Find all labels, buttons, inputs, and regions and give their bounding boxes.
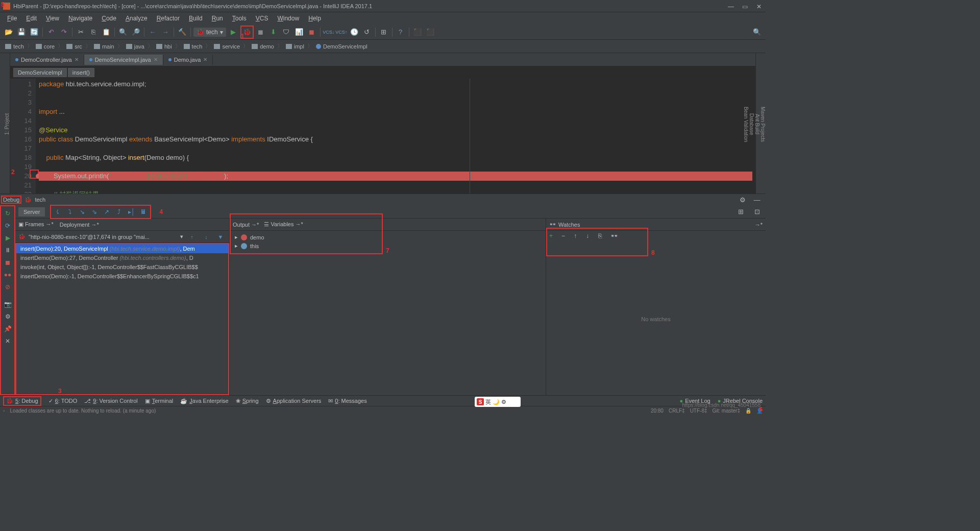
menu-tools[interactable]: Tools xyxy=(228,14,251,23)
show-watch-icon[interactable]: 👓 xyxy=(610,232,620,242)
remove-watch-icon[interactable]: − xyxy=(561,232,571,242)
expand-icon[interactable]: ▸ xyxy=(235,243,238,249)
code-content[interactable]: package hbi.tech.service.demo.impl;impor… xyxy=(36,79,755,194)
code-line[interactable] xyxy=(39,98,752,107)
add-watch-icon[interactable]: + xyxy=(549,232,558,242)
prev-frame-icon[interactable]: ↑ xyxy=(186,232,198,242)
line-number[interactable]: 21 xyxy=(11,181,32,190)
minimize-icon[interactable]: — xyxy=(728,3,734,9)
line-number[interactable]: 15 xyxy=(11,126,32,135)
step-out-icon[interactable]: ↗ xyxy=(101,207,112,217)
stop-icon[interactable]: ◼ xyxy=(255,27,266,38)
maven-tool[interactable]: Maven Projects xyxy=(760,105,766,144)
line-number[interactable]: 3 xyxy=(11,98,32,107)
line-number[interactable]: 4 xyxy=(11,107,32,116)
code-line[interactable]: public Map<String, Object> insert(Demo d… xyxy=(39,153,752,162)
menu-run[interactable]: Run xyxy=(208,14,227,23)
vars-body[interactable]: ▸demo▸this xyxy=(230,231,546,395)
replace-icon[interactable]: 🔎 xyxy=(130,27,141,38)
bottom-tab-debug[interactable]: 🐞5: Debug xyxy=(3,396,41,406)
stack-frame[interactable]: invoke(int, Object, Object[]):-1, DemoCo… xyxy=(16,262,228,272)
find-icon[interactable]: 🔍 xyxy=(117,27,129,38)
nav-tech[interactable]: tech xyxy=(3,42,26,51)
expand-icon[interactable]: ▸ xyxy=(235,234,238,240)
run-to-cursor-icon[interactable]: ▸│ xyxy=(126,207,137,217)
menu-build[interactable]: Build xyxy=(185,14,207,23)
nav-DemoServiceImpl[interactable]: DemoServiceImpl xyxy=(314,42,370,51)
code-line[interactable] xyxy=(39,144,752,153)
stop-debug-icon[interactable]: ◼ xyxy=(3,257,13,268)
status-lock-icon[interactable]: 🔒 xyxy=(745,408,751,414)
menu-vcs[interactable]: VCS xyxy=(252,14,273,23)
vcs-update-icon[interactable]: VCS↓ xyxy=(323,27,334,38)
code-line[interactable]: @Service xyxy=(39,126,752,135)
status-git[interactable]: Git: master‡ xyxy=(713,408,740,414)
breakpoints-icon[interactable]: ●● xyxy=(3,270,13,280)
nav-hbi[interactable]: hbi xyxy=(154,42,174,51)
code-line[interactable] xyxy=(39,162,752,172)
watches-pin-icon[interactable]: →* xyxy=(755,222,763,228)
code-line[interactable]: public class DemoServiceImpl extends Bas… xyxy=(39,135,752,144)
update-icon[interactable]: ⟳ xyxy=(3,221,13,231)
redo-icon[interactable]: ↷ xyxy=(58,27,69,38)
restore-icon[interactable]: ⊡ xyxy=(751,206,763,218)
filter-icon[interactable]: ▼ xyxy=(215,232,226,242)
line-number[interactable]: 2 xyxy=(11,89,32,98)
layout-icon[interactable]: ⊞ xyxy=(735,206,746,218)
pin-icon[interactable]: 📌 xyxy=(3,324,13,334)
bottom-tab-javaenterprise[interactable]: ☕Java Enterprise xyxy=(180,398,228,404)
help-icon[interactable]: ? xyxy=(395,27,406,38)
menu-navigate[interactable]: Navigate xyxy=(64,14,96,23)
up-watch-icon[interactable]: ↑ xyxy=(574,232,583,242)
status-icon[interactable]: ▫ xyxy=(3,408,5,414)
frames-tab[interactable]: ▣ Frames →* xyxy=(18,221,54,228)
line-number[interactable]: 16 xyxy=(11,135,32,144)
bottom-tab-versioncontrol[interactable]: ⎇9: Version Control xyxy=(84,398,137,404)
tab-Demo.java[interactable]: Demo.java✕ xyxy=(163,55,213,65)
jr1-icon[interactable]: ⬛ xyxy=(412,27,423,38)
nav-src[interactable]: src xyxy=(64,42,84,51)
vcs-revert-icon[interactable]: ↺ xyxy=(361,27,373,38)
ime-indicator[interactable]: S 英 🌙 ⚙ xyxy=(475,397,521,407)
structure-icon[interactable]: ⊞ xyxy=(378,27,389,38)
cut-icon[interactable]: ✂ xyxy=(75,27,86,38)
menu-view[interactable]: View xyxy=(42,14,63,23)
open-icon[interactable]: 📂 xyxy=(3,27,14,38)
resume-icon[interactable]: ▶ xyxy=(3,233,13,243)
forward-icon[interactable]: → xyxy=(160,27,171,38)
maximize-icon[interactable]: ▭ xyxy=(742,3,748,9)
stack-frame[interactable]: insert(Demo):20, DemoServiceImpl (hbi.te… xyxy=(16,244,228,253)
stop2-icon[interactable]: ◼ xyxy=(306,27,317,38)
save-icon[interactable]: 💾 xyxy=(16,27,27,38)
run-config-dropdown[interactable]: 🐞 tech ▾ xyxy=(193,28,226,37)
close-tab-icon[interactable]: ✕ xyxy=(154,57,158,62)
vcs-history-icon[interactable]: 🕓 xyxy=(349,27,360,38)
code-line[interactable]: import ... xyxy=(39,107,752,116)
nav-main[interactable]: main xyxy=(92,42,116,51)
nav-service[interactable]: service xyxy=(212,42,242,51)
copy-watch-icon[interactable]: ⎘ xyxy=(598,232,607,242)
project-tool[interactable]: 1: Project xyxy=(4,111,10,137)
code-line[interactable]: System.out.println("--------------- Serv… xyxy=(39,172,752,181)
status-position[interactable]: 20:80 xyxy=(651,408,664,414)
code-line[interactable]: // 封装返回结果 xyxy=(39,190,752,194)
nav-core[interactable]: core xyxy=(34,42,57,51)
tab-DemoController.java[interactable]: DemoController.java✕ xyxy=(10,55,84,65)
close-icon[interactable]: ✕ xyxy=(756,3,763,9)
profile-icon[interactable]: 📊 xyxy=(293,27,305,38)
close-tab-icon[interactable]: ✕ xyxy=(75,57,79,62)
menu-edit[interactable]: Edit xyxy=(22,14,41,23)
attach-icon[interactable]: ⬇ xyxy=(268,27,279,38)
status-encoding[interactable]: UTF-8‡ xyxy=(690,408,707,414)
tab-DemoServiceImpl.java[interactable]: DemoServiceImpl.java✕ xyxy=(84,55,163,65)
build-icon[interactable]: 🔨 xyxy=(177,27,188,38)
status-line-sep[interactable]: CRLF‡ xyxy=(669,408,685,414)
line-number[interactable]: 18 xyxy=(11,153,32,162)
menu-help[interactable]: Help xyxy=(304,14,325,23)
force-step-into-icon[interactable]: ⇘ xyxy=(89,207,100,217)
sync-icon[interactable]: 🔄 xyxy=(29,27,40,38)
next-frame-icon[interactable]: ↓ xyxy=(201,232,212,242)
thread-selector[interactable]: 🐞 "http-nio-8080-exec-10"@17,674 in grou… xyxy=(15,231,229,243)
show-exec-point-icon[interactable]: ⤹ xyxy=(52,207,63,217)
step-into-icon[interactable]: ↘ xyxy=(77,207,88,217)
